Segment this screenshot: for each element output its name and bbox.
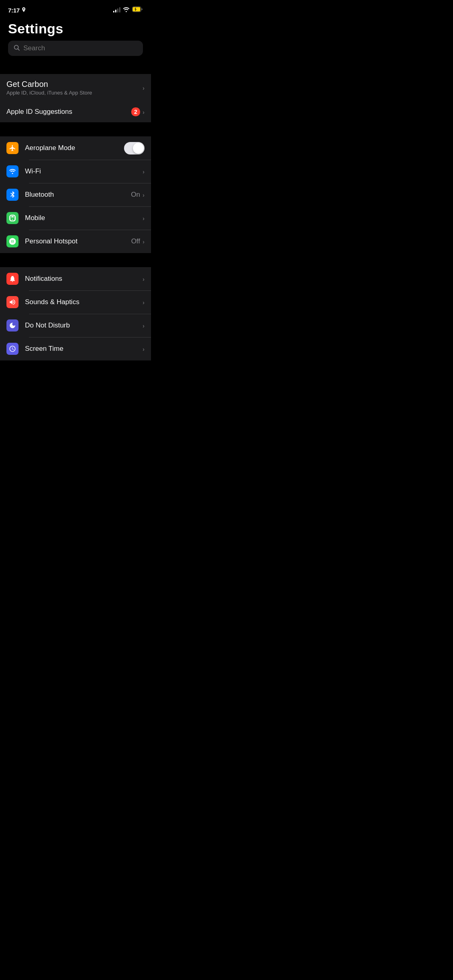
aeroplane-toggle[interactable]: [124, 142, 145, 154]
apple-id-right: 2 ›: [131, 107, 145, 116]
screentime-chevron: ›: [143, 346, 145, 352]
screentime-right: ›: [143, 346, 145, 352]
sounds-content: Sounds & Haptics ›: [25, 298, 145, 306]
search-bar[interactable]: [8, 41, 143, 56]
aeroplane-label: Aeroplane Mode: [25, 144, 75, 152]
dnd-row[interactable]: Do Not Disturb ›: [0, 314, 151, 337]
svg-point-5: [12, 219, 13, 220]
wifi-content: Wi-Fi ›: [25, 167, 145, 175]
bluetooth-icon: [6, 189, 19, 201]
wifi-label: Wi-Fi: [25, 167, 41, 175]
dnd-chevron: ›: [143, 322, 145, 329]
mobile-chevron: ›: [143, 215, 145, 222]
page-title: Settings: [8, 21, 143, 37]
bluetooth-label: Bluetooth: [25, 191, 54, 199]
aeroplane-icon: [6, 142, 19, 154]
wifi-right: ›: [143, 168, 145, 175]
sounds-icon: [6, 296, 19, 308]
dnd-icon: [6, 319, 19, 331]
notifications-chevron: ›: [143, 276, 145, 282]
hotspot-right: Off ›: [131, 237, 145, 245]
account-section: Get Carbon Apple ID, iCloud, iTunes & Ap…: [0, 74, 151, 122]
battery-icon: [132, 6, 143, 14]
dnd-content: Do Not Disturb ›: [25, 321, 145, 329]
account-chevron: ›: [143, 84, 145, 91]
status-time: 7:17: [8, 7, 26, 14]
wifi-row[interactable]: Wi-Fi ›: [0, 160, 151, 183]
bluetooth-content: Bluetooth On ›: [25, 191, 145, 199]
hotspot-row[interactable]: Personal Hotspot Off ›: [0, 230, 151, 253]
mobile-row[interactable]: Mobile ›: [0, 206, 151, 230]
section-gap-2: [0, 122, 151, 136]
notifications-row[interactable]: Notifications ›: [0, 267, 151, 290]
account-info: Get Carbon Apple ID, iCloud, iTunes & Ap…: [6, 80, 143, 96]
svg-rect-7: [11, 276, 14, 277]
screentime-icon: [6, 343, 19, 355]
hotspot-value: Off: [131, 237, 140, 245]
bluetooth-value: On: [131, 191, 140, 199]
notifications-content: Notifications ›: [25, 275, 145, 283]
signal-bar-3: [117, 8, 118, 12]
signal-bar-4: [119, 7, 120, 12]
apple-id-label: Apple ID Suggestions: [6, 108, 72, 116]
hotspot-chevron: ›: [143, 238, 145, 245]
account-name: Get Carbon: [6, 80, 143, 89]
hotspot-label: Personal Hotspot: [25, 237, 77, 245]
svg-line-3: [18, 49, 20, 50]
apple-id-badge: 2: [131, 107, 140, 116]
svg-rect-4: [11, 216, 14, 218]
aeroplane-row[interactable]: Aeroplane Mode: [0, 136, 151, 160]
section-gap-1: [0, 60, 151, 74]
dnd-right: ›: [143, 322, 145, 329]
screentime-label: Screen Time: [25, 345, 63, 353]
dnd-label: Do Not Disturb: [25, 321, 70, 329]
account-subtitle: Apple ID, iCloud, iTunes & App Store: [6, 90, 143, 96]
bluetooth-chevron: ›: [143, 191, 145, 198]
mobile-label: Mobile: [25, 214, 45, 222]
signal-bar-2: [115, 10, 116, 12]
apple-id-chevron: ›: [143, 109, 145, 115]
bluetooth-right: On ›: [131, 191, 145, 199]
bluetooth-row[interactable]: Bluetooth On ›: [0, 183, 151, 206]
screentime-content: Screen Time ›: [25, 345, 145, 353]
connectivity-section: Aeroplane Mode Wi-Fi › Bluetooth: [0, 136, 151, 253]
toggle-knob: [133, 143, 144, 154]
hotspot-icon: [6, 235, 19, 247]
notifications-section: Notifications › Sounds & Haptics › Do: [0, 267, 151, 360]
sounds-row[interactable]: Sounds & Haptics ›: [0, 290, 151, 314]
time-display: 7:17: [8, 7, 20, 14]
search-input[interactable]: [23, 44, 137, 52]
account-row[interactable]: Get Carbon Apple ID, iCloud, iTunes & Ap…: [0, 74, 151, 101]
svg-rect-1: [133, 7, 141, 12]
notifications-label: Notifications: [25, 275, 62, 283]
wifi-chevron: ›: [143, 168, 145, 175]
apple-id-content: Apple ID Suggestions 2 ›: [6, 107, 145, 116]
mobile-right: ›: [143, 215, 145, 222]
hotspot-content: Personal Hotspot Off ›: [25, 237, 145, 245]
notifications-icon: [6, 273, 19, 285]
status-bar: 7:17: [0, 0, 151, 18]
search-icon: [14, 45, 20, 52]
sounds-label: Sounds & Haptics: [25, 298, 79, 306]
page-header: Settings: [0, 18, 151, 60]
notifications-right: ›: [143, 276, 145, 282]
aeroplane-content: Aeroplane Mode: [25, 142, 145, 154]
section-gap-3: [0, 253, 151, 267]
mobile-icon: [6, 212, 19, 224]
status-indicators: [113, 6, 143, 14]
sounds-right: ›: [143, 299, 145, 306]
mobile-content: Mobile ›: [25, 214, 145, 222]
signal-strength: [113, 8, 120, 12]
sounds-chevron: ›: [143, 299, 145, 306]
wifi-icon: [123, 6, 130, 14]
location-icon: [22, 7, 26, 13]
wifi-row-icon: [6, 165, 19, 177]
signal-bar-1: [113, 11, 114, 12]
svg-point-6: [12, 241, 13, 242]
apple-id-row[interactable]: Apple ID Suggestions 2 ›: [0, 101, 151, 122]
screentime-row[interactable]: Screen Time ›: [0, 337, 151, 360]
